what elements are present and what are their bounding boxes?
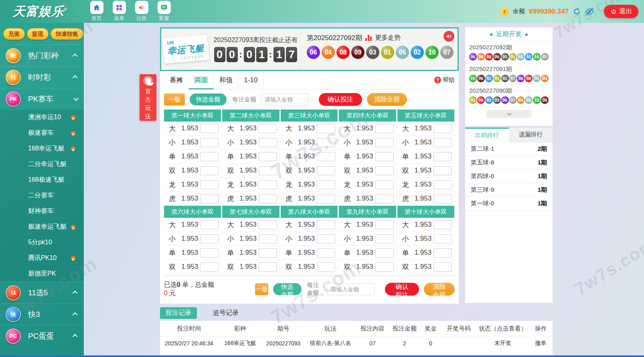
bet-tab-番摊[interactable]: 番摊	[164, 71, 189, 89]
bet-option-大[interactable]: 大1.953	[397, 122, 455, 136]
bet-amount-input[interactable]	[259, 220, 277, 229]
bet-option-小[interactable]: 小1.953	[164, 136, 221, 150]
tab-miss-ranking[interactable]: 遗漏排行	[509, 128, 553, 142]
bet-option-大[interactable]: 大1.953	[281, 218, 338, 232]
bet-amount-input[interactable]	[375, 234, 394, 243]
nav-item-客服[interactable]: 客服	[155, 1, 173, 22]
bet-amount-input[interactable]	[433, 234, 452, 243]
sidebar-subitem-极速赛车[interactable]: 极速赛车	[0, 125, 84, 141]
bet-amount-input[interactable]	[433, 248, 452, 258]
bet-amount-input[interactable]	[259, 166, 277, 175]
bet-amount-input[interactable]	[375, 166, 394, 175]
bet-amount-input[interactable]	[200, 166, 219, 175]
bet-option-双[interactable]: 双1.953	[222, 164, 279, 178]
bet-option-虎[interactable]: 虎1.953	[339, 192, 396, 206]
bet-amount-input[interactable]	[433, 262, 452, 272]
bet-option-单[interactable]: 单1.953	[281, 246, 338, 260]
sidebar-subitem-新德里PK[interactable]: 新德里PK	[0, 266, 84, 282]
sidebar-item-时时彩[interactable]: 时时时彩	[0, 66, 84, 88]
confirm-bet-button[interactable]: 确认投注	[319, 93, 362, 106]
bet-option-单[interactable]: 单1.953	[397, 150, 455, 164]
bet-amount-input[interactable]	[259, 234, 277, 243]
bet-option-双[interactable]: 双1.953	[339, 164, 396, 178]
sidebar-subitem-极速幸运飞艇[interactable]: 极速幸运飞艇	[0, 219, 84, 235]
bet-option-单[interactable]: 单1.953	[164, 246, 221, 260]
hide-balance-eye-icon[interactable]	[585, 7, 594, 16]
bet-option-双[interactable]: 双1.953	[397, 164, 455, 178]
confirm-bet-button[interactable]: 确认投注	[385, 283, 419, 296]
bet-amount-input[interactable]	[259, 262, 277, 272]
bet-amount-input[interactable]	[200, 262, 219, 272]
bet-option-小[interactable]: 小1.953	[339, 232, 396, 246]
bet-option-龙[interactable]: 龙1.953	[397, 178, 455, 192]
bet-option-大[interactable]: 大1.953	[222, 218, 279, 232]
bet-amount-input[interactable]	[317, 248, 335, 258]
bet-amount-field[interactable]	[261, 93, 308, 105]
bet-amount-input[interactable]	[317, 152, 335, 161]
bet-amount-input[interactable]	[375, 152, 394, 161]
bet-amount-input[interactable]	[317, 262, 335, 272]
bet-amount-input[interactable]	[433, 194, 452, 203]
sidebar-subitem-5分pk10[interactable]: 5分pk10	[0, 235, 84, 250]
bet-amount-input[interactable]	[375, 248, 394, 258]
bet-option-双[interactable]: 双1.953	[164, 164, 221, 178]
bet-option-大[interactable]: 大1.953	[339, 122, 396, 136]
bet-option-单[interactable]: 单1.953	[281, 150, 338, 164]
bet-amount-input[interactable]	[200, 180, 219, 189]
bet-option-小[interactable]: 小1.953	[222, 232, 279, 246]
bet-option-小[interactable]: 小1.953	[397, 136, 455, 150]
tab-hot-ranking[interactable]: 出码排行	[465, 128, 509, 142]
bet-option-虎[interactable]: 虎1.953	[397, 192, 455, 206]
bet-option-大[interactable]: 大1.953	[164, 218, 221, 232]
bet-option-虎[interactable]: 虎1.953	[222, 192, 279, 206]
bet-option-双[interactable]: 双1.953	[222, 260, 279, 274]
bet-option-龙[interactable]: 龙1.953	[339, 178, 396, 192]
nav-item-首页[interactable]: 首页	[87, 1, 106, 22]
clear-all-button[interactable]: 清除全部	[424, 283, 455, 296]
bet-option-大[interactable]: 大1.953	[222, 122, 279, 136]
bet-amount-input[interactable]	[375, 220, 394, 229]
bet-amount-input[interactable]	[317, 234, 335, 243]
sidebar-item-快3[interactable]: 快快3	[0, 303, 84, 325]
sidebar-item-热门彩种[interactable]: 时热门彩种	[0, 45, 84, 66]
bet-option-小[interactable]: 小1.953	[281, 232, 338, 246]
bet-amount-input[interactable]	[200, 248, 219, 258]
bet-option-大[interactable]: 大1.953	[281, 122, 338, 136]
bet-option-小[interactable]: 小1.953	[222, 136, 279, 150]
bet-option-大[interactable]: 大1.953	[339, 218, 396, 232]
bet-amount-input[interactable]	[433, 152, 452, 161]
sidebar-item-PC蛋蛋[interactable]: PCPC蛋蛋	[0, 325, 84, 347]
bet-amount-input[interactable]	[375, 180, 394, 189]
bet-amount-input[interactable]	[259, 194, 277, 203]
bet-amount-input[interactable]	[200, 124, 219, 133]
quick-button-提现[interactable]: 提现	[27, 28, 49, 40]
bet-amount-input[interactable]	[433, 166, 452, 175]
bet-amount-input[interactable]	[433, 180, 452, 189]
bet-amount-input[interactable]	[375, 138, 394, 147]
bet-amount-input[interactable]	[259, 152, 277, 161]
bet-amount-input[interactable]	[317, 194, 335, 203]
bet-option-龙[interactable]: 龙1.953	[222, 178, 279, 192]
bet-amount-input[interactable]	[433, 124, 452, 133]
bet-option-单[interactable]: 单1.953	[222, 246, 279, 260]
sidebar-subitem-二分赛车[interactable]: 二分赛车	[0, 188, 84, 203]
bet-option-龙[interactable]: 龙1.953	[281, 178, 338, 192]
bet-amount-input[interactable]	[375, 194, 394, 203]
bet-option-双[interactable]: 双1.953	[339, 260, 396, 274]
bet-amount-input[interactable]	[317, 124, 335, 133]
sidebar-subitem-财神赛车[interactable]: 财神赛车	[0, 203, 84, 219]
bet-option-小[interactable]: 小1.953	[397, 232, 455, 246]
bet-amount-input[interactable]	[200, 234, 219, 243]
bet-amount-input[interactable]	[200, 138, 219, 147]
bet-amount-input[interactable]	[317, 180, 335, 189]
quick-amount-button[interactable]: 快选金额	[190, 93, 227, 105]
sidebar-subitem-168极速飞艇[interactable]: 168极速飞艇	[0, 172, 84, 188]
sidebar-subitem-腾讯PK10[interactable]: 腾讯PK10	[0, 250, 84, 266]
bet-option-单[interactable]: 单1.953	[164, 150, 221, 164]
bet-amount-input[interactable]	[200, 152, 219, 161]
clear-all-button[interactable]: 清除全部	[367, 93, 407, 106]
bet-option-双[interactable]: 双1.953	[281, 260, 338, 274]
bet-amount-input[interactable]	[259, 138, 277, 147]
bet-amount-input[interactable]	[317, 220, 335, 229]
help-link[interactable]: ?帮助	[434, 76, 455, 84]
